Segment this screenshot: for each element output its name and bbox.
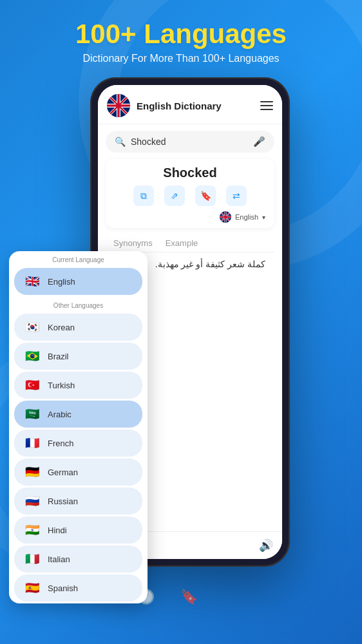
lang-item-brazil[interactable]: 🇧🇷 Brazil: [14, 343, 142, 370]
lang-item-italian[interactable]: 🇮🇹 Italian: [14, 545, 142, 573]
lang-name-hindi: Hindi: [48, 526, 67, 535]
lang-name-brazil: Brazil: [48, 352, 69, 361]
flag-hindi: 🇮🇳: [23, 521, 41, 539]
word-display: Shocked: [115, 166, 265, 180]
lang-name-russian: Russian: [48, 497, 78, 506]
bookmark-nav-icon[interactable]: 🔖: [180, 589, 198, 605]
hamburger-menu[interactable]: [260, 101, 273, 110]
flag-german: 🇩🇪: [23, 463, 41, 481]
translate-button[interactable]: ⇄: [226, 185, 247, 206]
lang-name-english: English: [48, 277, 75, 287]
sub-title: Dictionary For More Than 100+ Languages: [13, 53, 349, 64]
lang-name-italian: Italian: [48, 554, 70, 564]
bookmark-button[interactable]: 🔖: [195, 185, 216, 206]
flag-italian: 🇮🇹: [23, 550, 41, 568]
lang-item-spanish[interactable]: 🇪🇸 Spanish: [14, 574, 142, 601]
word-result-card: Shocked ⧉ ⇗ 🔖 ⇄ English ▾: [106, 159, 274, 228]
language-row: English ▾: [115, 211, 265, 223]
dropdown-arrow[interactable]: ▾: [262, 214, 265, 221]
flag-russian: 🇷🇺: [23, 492, 41, 510]
header-section: 100+ Languages Dictionary For More Than …: [0, 19, 362, 64]
lang-item-arabic[interactable]: 🇸🇦 Arabic: [14, 401, 142, 428]
search-icon: 🔍: [115, 137, 126, 147]
flag-french: 🇫🇷: [23, 434, 41, 452]
lang-item-french[interactable]: 🇫🇷 French: [14, 430, 142, 457]
search-input-value[interactable]: Shocked: [131, 137, 248, 147]
lang-item-hindi[interactable]: 🇮🇳 Hindi: [14, 516, 142, 544]
copy-button[interactable]: ⧉: [133, 185, 154, 206]
search-bar[interactable]: 🔍 Shocked 🎤: [106, 131, 274, 153]
other-langs-label: Other Languages: [9, 297, 148, 312]
tabs-row: Synonyms Example: [106, 233, 274, 252]
app-title: English Dictionary: [137, 100, 260, 111]
lang-name-korean: Korean: [48, 323, 75, 332]
lang-name-french: French: [48, 439, 73, 448]
language-panel: Current Language 🇬🇧 English Other Langua…: [9, 251, 148, 603]
lang-item-korean[interactable]: 🇰🇷 Korean: [14, 314, 142, 341]
lang-item-german[interactable]: 🇩🇪 German: [14, 459, 142, 486]
lang-name-spanish: Spanish: [48, 583, 78, 593]
word-actions: ⧉ ⇗ 🔖 ⇄: [115, 185, 265, 206]
lang-item-russian[interactable]: 🇷🇺 Russian: [14, 488, 142, 515]
lang-label: English: [235, 213, 258, 221]
lang-item-turkish[interactable]: 🇹🇷 Turkish: [14, 372, 142, 399]
lang-item-english[interactable]: 🇬🇧 English: [14, 268, 142, 295]
flag-turkish: 🇹🇷: [23, 376, 41, 394]
flag-english: 🇬🇧: [23, 272, 41, 290]
mic-icon[interactable]: 🎤: [253, 136, 265, 147]
flag-brazil: 🇧🇷: [23, 347, 41, 365]
tab-synonyms[interactable]: Synonyms: [113, 238, 153, 252]
share-button[interactable]: ⇗: [164, 185, 185, 206]
lang-name-turkish: Turkish: [48, 381, 75, 390]
lang-name-arabic: Arabic: [48, 410, 71, 419]
lang-flag-small: [220, 211, 231, 223]
tab-example[interactable]: Example: [166, 238, 198, 252]
uk-flag-icon: [107, 94, 130, 117]
lang-name-german: German: [48, 468, 78, 477]
main-title: 100+ Languages: [13, 19, 349, 49]
flag-spanish: 🇪🇸: [23, 579, 41, 597]
current-lang-label: Current Language: [9, 251, 148, 266]
app-header: English Dictionary: [98, 85, 282, 124]
flag-arabic: 🇸🇦: [23, 405, 41, 423]
flag-korean: 🇰🇷: [23, 318, 41, 336]
volume-icon[interactable]: 🔊: [259, 538, 273, 553]
